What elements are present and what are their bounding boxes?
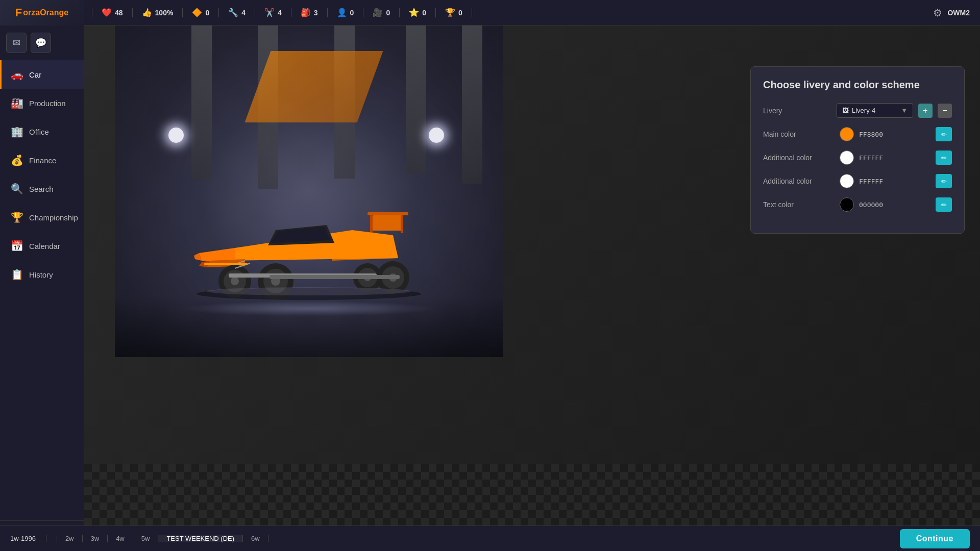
color-row-main: Main color FF8800 ✏	[763, 127, 952, 141]
color-swatch-text[interactable]	[840, 197, 854, 212]
chat-button[interactable]: 💬	[31, 33, 51, 53]
week-item: 3w	[83, 535, 108, 542]
stat-items: 🎒3	[291, 8, 328, 17]
stat-val-trophies: 0	[458, 9, 462, 17]
sidebar-item-office[interactable]: 🏢Office	[0, 117, 84, 146]
sidebar-label-office: Office	[29, 128, 49, 136]
color-row-additional2: Additional color FFFFFF ✏	[763, 174, 952, 188]
topbar-stats: ❤️48👍100%🔶0🔧4✂️4🎒3👤0🎥0⭐0🏆0	[84, 8, 933, 17]
stat-icon-media: 🎥	[373, 8, 383, 17]
sidebar-nav: 🚗Car🏭Production🏢Office💰Finance🔍Search🏆Ch…	[0, 60, 84, 520]
svg-rect-2	[373, 215, 403, 231]
livery-selector-row: Livery 🖼 Livery-4 ▼ + −	[763, 103, 952, 118]
stat-stars: ⭐0	[400, 8, 436, 17]
sidebar-item-finance[interactable]: 💰Finance	[0, 146, 84, 174]
logo-f-letter: F	[15, 6, 22, 19]
settings-icon[interactable]: ⚙	[933, 7, 942, 19]
stat-val-drivers: 0	[350, 9, 354, 17]
livery-add-button[interactable]: +	[918, 104, 933, 118]
timeline: 1w-1996 2w3w4w5wTEST WEEKEND (DE)6w Cont…	[0, 525, 980, 551]
sidebar-top-buttons: ✉ 💬	[0, 26, 84, 60]
sidebar-icon-championship: 🏆	[11, 211, 23, 223]
sidebar-item-championship[interactable]: 🏆Championship	[0, 203, 84, 232]
stat-val-approval: 100%	[155, 9, 174, 17]
color-swatch-main[interactable]	[840, 127, 854, 141]
sidebar: ✉ 💬 🚗Car🏭Production🏢Office💰Finance🔍Searc…	[0, 26, 84, 551]
glow-ball-left	[168, 128, 184, 143]
sidebar-label-production: Production	[29, 99, 66, 108]
logo: F orzaOrange	[0, 0, 84, 26]
livery-panel-title: Choose livery and color scheme	[763, 79, 952, 91]
timeline-right: Continue	[900, 529, 970, 548]
continue-button[interactable]: Continue	[900, 529, 970, 548]
stat-hp: ❤️48	[92, 8, 133, 17]
livery-dropdown-arrow: ▼	[901, 107, 908, 114]
sidebar-icon-office: 🏢	[11, 126, 23, 138]
color-label-additional1: Additional color	[763, 154, 835, 162]
pillar-1	[191, 26, 212, 179]
stat-icon-hp: ❤️	[102, 8, 112, 17]
topbar-right: ⚙ OWM2	[933, 7, 980, 19]
color-edit-additional1[interactable]: ✏	[936, 151, 952, 165]
stat-drivers: 👤0	[328, 8, 364, 17]
current-week: 1w-1996	[10, 535, 46, 542]
sidebar-label-finance: Finance	[29, 156, 56, 165]
sidebar-icon-finance: 💰	[11, 154, 23, 166]
stat-val-items: 3	[314, 9, 318, 17]
svg-point-7	[231, 277, 239, 285]
sidebar-label-championship: Championship	[29, 213, 78, 222]
sidebar-icon-car: 🚗	[11, 68, 23, 81]
sidebar-label-search: Search	[29, 185, 54, 193]
stat-val-stars: 0	[422, 9, 426, 17]
sidebar-label-car: Car	[29, 70, 41, 79]
week-item: 6w	[243, 535, 268, 542]
stat-icon-engineers: ✂️	[264, 8, 275, 17]
color-hex-additional1: FFFFFF	[859, 154, 930, 162]
sidebar-item-production[interactable]: 🏭Production	[0, 89, 84, 117]
color-edit-text[interactable]: ✏	[936, 197, 952, 212]
sidebar-icon-production: 🏭	[11, 97, 23, 109]
stat-media: 🎥0	[363, 8, 400, 17]
topbar: F orzaOrange ❤️48👍100%🔶0🔧4✂️4🎒3👤0🎥0⭐0🏆0 …	[0, 0, 980, 26]
color-hex-text: 000000	[859, 201, 930, 209]
mail-button[interactable]: ✉	[6, 33, 27, 53]
livery-dropdown[interactable]: 🖼 Livery-4 ▼	[837, 103, 913, 118]
svg-rect-3	[370, 215, 373, 233]
timeline-weeks: 2w3w4w5wTEST WEEKEND (DE)6w	[57, 535, 900, 542]
svg-rect-4	[401, 215, 403, 233]
color-label-main: Main color	[763, 130, 835, 138]
checker-area	[84, 464, 980, 525]
color-hex-main: FF8800	[859, 131, 930, 138]
stat-val-engineers: 4	[278, 9, 282, 17]
livery-select-icon: 🖼	[842, 107, 849, 114]
svg-rect-1	[368, 212, 408, 215]
stat-icon-trophies: 🏆	[445, 8, 455, 17]
svg-rect-21	[204, 263, 248, 265]
sidebar-icon-history: 📋	[11, 268, 23, 281]
livery-panel: Choose livery and color scheme Livery 🖼 …	[750, 66, 965, 234]
sidebar-item-history[interactable]: 📋History	[0, 260, 84, 289]
sidebar-item-car[interactable]: 🚗Car	[0, 60, 84, 89]
stat-approval: 👍100%	[133, 8, 183, 17]
stat-icon-drivers: 👤	[337, 8, 347, 17]
floor-area	[115, 296, 503, 357]
week-item: 2w	[57, 535, 83, 542]
color-swatch-additional1[interactable]	[840, 151, 854, 165]
color-edit-additional2[interactable]: ✏	[936, 174, 952, 188]
color-swatch-additional2[interactable]	[840, 174, 854, 188]
sidebar-item-calendar[interactable]: 📅Calendar	[0, 232, 84, 260]
car-showcase	[115, 26, 503, 357]
livery-select-value: Livery-4	[852, 107, 875, 114]
color-hex-additional2: FFFFFF	[859, 178, 930, 185]
week-item: 5w	[133, 535, 159, 542]
sidebar-item-search[interactable]: 🔍Search	[0, 174, 84, 203]
stat-trophies: 🏆0	[436, 8, 472, 17]
color-row-additional1: Additional color FFFFFF ✏	[763, 151, 952, 165]
color-edit-main[interactable]: ✏	[936, 127, 952, 141]
stat-icon-mechanics: 🔧	[228, 8, 238, 17]
svg-rect-18	[270, 275, 400, 279]
logo-text: orzaOrange	[23, 8, 68, 17]
color-label-additional2: Additional color	[763, 177, 835, 185]
livery-remove-button[interactable]: −	[938, 104, 952, 118]
stat-val-hp: 48	[115, 9, 123, 17]
